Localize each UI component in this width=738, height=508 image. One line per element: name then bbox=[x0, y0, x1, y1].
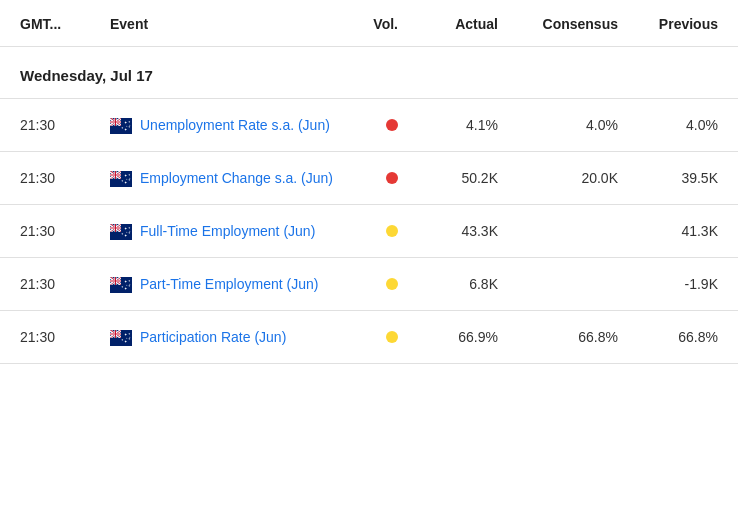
row-event-4: ✦ ✦ ✦ ✦ ✦ ✦ ✦ Part-Time Employment (Jun) bbox=[110, 276, 338, 292]
row-actual-1: 4.1% bbox=[398, 117, 498, 133]
table-header: GMT... Event Vol. Actual Consensus Previ… bbox=[0, 0, 738, 47]
header-previous: Previous bbox=[618, 16, 718, 32]
row-consensus-2: 20.0K bbox=[498, 170, 618, 186]
svg-rect-68 bbox=[110, 281, 121, 282]
event-name-4[interactable]: Part-Time Employment (Jun) bbox=[140, 276, 318, 292]
row-actual-5: 66.9% bbox=[398, 329, 498, 345]
row-event-3: ✦ ✦ ✦ ✦ ✦ ✦ ✦ Full-Time Employment (Jun) bbox=[110, 223, 338, 239]
row-gmt-2: 21:30 bbox=[20, 170, 110, 186]
header-consensus: Consensus bbox=[498, 16, 618, 32]
row-gmt-4: 21:30 bbox=[20, 276, 110, 292]
table-row: 21:30 ✦ ✦ ✦ ✦ ✦ ✦ ✦ Unemployment Rate s.… bbox=[0, 99, 738, 152]
row-previous-4: -1.9K bbox=[618, 276, 718, 292]
table-row: 21:30 ✦ ✦ ✦ ✦ ✦ ✦ ✦ Participation Rate (… bbox=[0, 311, 738, 364]
table-row: 21:30 ✦ ✦ ✦ ✦ ✦ ✦ ✦ Full-Time Employment… bbox=[0, 205, 738, 258]
vol-indicator-1 bbox=[386, 119, 398, 131]
flag-au-3: ✦ ✦ ✦ ✦ ✦ ✦ ✦ bbox=[110, 223, 132, 239]
row-vol-4 bbox=[338, 278, 398, 290]
event-name-5[interactable]: Participation Rate (Jun) bbox=[140, 329, 286, 345]
section-date: Wednesday, Jul 17 bbox=[0, 47, 738, 99]
economic-calendar-table: GMT... Event Vol. Actual Consensus Previ… bbox=[0, 0, 738, 364]
row-event-5: ✦ ✦ ✦ ✦ ✦ ✦ ✦ Participation Rate (Jun) bbox=[110, 329, 338, 345]
flag-au-4: ✦ ✦ ✦ ✦ ✦ ✦ ✦ bbox=[110, 276, 132, 292]
row-actual-3: 43.3K bbox=[398, 223, 498, 239]
svg-rect-87 bbox=[110, 334, 121, 335]
vol-indicator-4 bbox=[386, 278, 398, 290]
table-row: 21:30 ✦ ✦ ✦ ✦ ✦ ✦ ✦ Employment Change s.… bbox=[0, 152, 738, 205]
row-consensus-1: 4.0% bbox=[498, 117, 618, 133]
row-vol-3 bbox=[338, 225, 398, 237]
flag-au-1: ✦ ✦ ✦ ✦ ✦ ✦ ✦ bbox=[110, 117, 132, 133]
svg-text:✦: ✦ bbox=[121, 338, 124, 342]
row-vol-1 bbox=[338, 119, 398, 131]
row-previous-3: 41.3K bbox=[618, 223, 718, 239]
flag-au-2: ✦ ✦ ✦ ✦ ✦ ✦ ✦ bbox=[110, 170, 132, 186]
flag-au-5: ✦ ✦ ✦ ✦ ✦ ✦ ✦ bbox=[110, 329, 132, 345]
row-gmt-1: 21:30 bbox=[20, 117, 110, 133]
svg-text:✦: ✦ bbox=[121, 126, 124, 130]
event-name-1[interactable]: Unemployment Rate s.a. (Jun) bbox=[140, 117, 330, 133]
row-event-1: ✦ ✦ ✦ ✦ ✦ ✦ ✦ Unemployment Rate s.a. (Ju… bbox=[110, 117, 338, 133]
header-event: Event bbox=[110, 16, 338, 32]
rows-container: 21:30 ✦ ✦ ✦ ✦ ✦ ✦ ✦ Unemployment Rate s.… bbox=[0, 99, 738, 364]
table-row: 21:30 ✦ ✦ ✦ ✦ ✦ ✦ ✦ Part-Time Employment… bbox=[0, 258, 738, 311]
row-vol-2 bbox=[338, 172, 398, 184]
svg-text:✦: ✦ bbox=[121, 232, 124, 236]
header-vol: Vol. bbox=[338, 16, 398, 32]
vol-indicator-5 bbox=[386, 331, 398, 343]
row-gmt-5: 21:30 bbox=[20, 329, 110, 345]
svg-rect-49 bbox=[110, 228, 121, 229]
event-name-3[interactable]: Full-Time Employment (Jun) bbox=[140, 223, 315, 239]
svg-text:✦: ✦ bbox=[121, 285, 124, 289]
row-consensus-5: 66.8% bbox=[498, 329, 618, 345]
vol-indicator-3 bbox=[386, 225, 398, 237]
header-actual: Actual bbox=[398, 16, 498, 32]
row-actual-2: 50.2K bbox=[398, 170, 498, 186]
row-vol-5 bbox=[338, 331, 398, 343]
row-previous-5: 66.8% bbox=[618, 329, 718, 345]
svg-text:✦: ✦ bbox=[121, 179, 124, 183]
row-gmt-3: 21:30 bbox=[20, 223, 110, 239]
svg-rect-11 bbox=[110, 122, 121, 123]
row-actual-4: 6.8K bbox=[398, 276, 498, 292]
row-previous-1: 4.0% bbox=[618, 117, 718, 133]
vol-indicator-2 bbox=[386, 172, 398, 184]
row-previous-2: 39.5K bbox=[618, 170, 718, 186]
svg-rect-30 bbox=[110, 175, 121, 176]
row-event-2: ✦ ✦ ✦ ✦ ✦ ✦ ✦ Employment Change s.a. (Ju… bbox=[110, 170, 338, 186]
header-gmt: GMT... bbox=[20, 16, 110, 32]
event-name-2[interactable]: Employment Change s.a. (Jun) bbox=[140, 170, 333, 186]
